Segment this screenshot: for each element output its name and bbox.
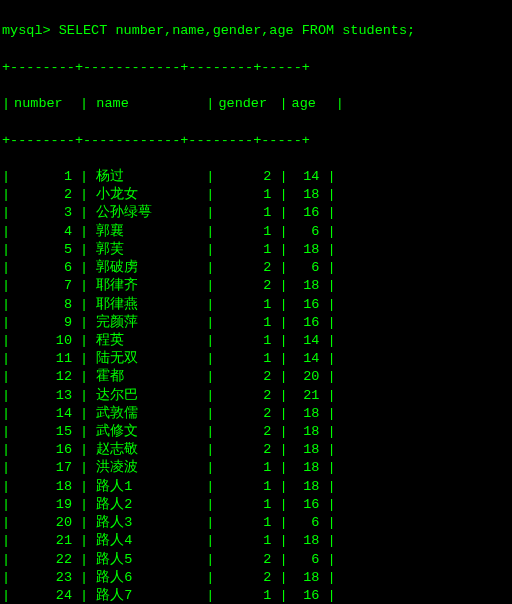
cell-name: 武修文 xyxy=(96,423,206,441)
cell-age: 18 xyxy=(288,478,328,496)
cell-name: 郭芙 xyxy=(96,241,206,259)
cell-gender: 1 xyxy=(214,314,279,332)
cell-name: 路人3 xyxy=(96,514,206,532)
cell-number: 9 xyxy=(10,314,80,332)
col-header-number: number xyxy=(10,95,80,113)
cell-gender: 2 xyxy=(214,405,279,423)
table-row: |24 | 路人7|1 |16 | xyxy=(2,587,510,604)
cell-gender: 2 xyxy=(214,368,279,386)
cell-number: 1 xyxy=(10,168,80,186)
cell-age: 6 xyxy=(288,551,328,569)
cell-number: 18 xyxy=(10,478,80,496)
col-header-name: name xyxy=(96,95,206,113)
cell-gender: 1 xyxy=(214,223,279,241)
col-header-gender: gender xyxy=(214,95,279,113)
cell-name: 耶律燕 xyxy=(96,296,206,314)
table-row: |10 | 程英|1 |14 | xyxy=(2,332,510,350)
cell-number: 11 xyxy=(10,350,80,368)
table-row: |9 | 完颜萍|1 |16 | xyxy=(2,314,510,332)
cell-name: 陆无双 xyxy=(96,350,206,368)
query-line: mysql> SELECT number,name,gender,age FRO… xyxy=(2,22,510,40)
cell-gender: 1 xyxy=(214,332,279,350)
cell-gender: 2 xyxy=(214,551,279,569)
cell-gender: 1 xyxy=(214,186,279,204)
cell-number: 4 xyxy=(10,223,80,241)
cell-gender: 1 xyxy=(214,296,279,314)
cell-gender: 1 xyxy=(214,350,279,368)
cell-number: 3 xyxy=(10,204,80,222)
table-separator-mid: +--------+------------+--------+-----+ xyxy=(2,132,510,150)
table-body: |1 | 杨过|2 |14 ||2 | 小龙女|1 |18 ||3 | 公孙绿萼… xyxy=(2,168,510,604)
cell-name: 郭破虏 xyxy=(96,259,206,277)
cell-gender: 1 xyxy=(214,459,279,477)
table-row: |8 | 耶律燕|1 |16 | xyxy=(2,296,510,314)
cell-gender: 1 xyxy=(214,241,279,259)
cell-name: 路人2 xyxy=(96,496,206,514)
table-row: |19 | 路人2|1 |16 | xyxy=(2,496,510,514)
cell-age: 18 xyxy=(288,459,328,477)
table-row: |3 | 公孙绿萼|1 |16 | xyxy=(2,204,510,222)
cell-number: 7 xyxy=(10,277,80,295)
cell-name: 赵志敬 xyxy=(96,441,206,459)
cell-gender: 2 xyxy=(214,277,279,295)
cell-age: 18 xyxy=(288,569,328,587)
table-row: |13 | 达尔巴|2 |21 | xyxy=(2,387,510,405)
cell-number: 15 xyxy=(10,423,80,441)
table-row: |15 | 武修文|2 |18 | xyxy=(2,423,510,441)
table-row: |16 | 赵志敬|2 |18 | xyxy=(2,441,510,459)
cell-name: 路人1 xyxy=(96,478,206,496)
table-row: |2 | 小龙女|1 |18 | xyxy=(2,186,510,204)
cell-gender: 1 xyxy=(214,496,279,514)
cell-gender: 2 xyxy=(214,259,279,277)
cell-number: 19 xyxy=(10,496,80,514)
terminal-output: mysql> SELECT number,name,gender,age FRO… xyxy=(0,0,512,604)
cell-number: 24 xyxy=(10,587,80,604)
cell-gender: 1 xyxy=(214,478,279,496)
cell-name: 霍都 xyxy=(96,368,206,386)
cell-name: 程英 xyxy=(96,332,206,350)
cell-age: 21 xyxy=(288,387,328,405)
cell-age: 18 xyxy=(288,441,328,459)
cell-age: 18 xyxy=(288,532,328,550)
cell-gender: 1 xyxy=(214,514,279,532)
cell-number: 8 xyxy=(10,296,80,314)
table-header-row: |number| name|gender|age | xyxy=(2,95,510,113)
table-row: |11 | 陆无双|1 |14 | xyxy=(2,350,510,368)
cell-gender: 1 xyxy=(214,587,279,604)
cell-name: 武敦儒 xyxy=(96,405,206,423)
cell-age: 18 xyxy=(288,423,328,441)
cell-age: 6 xyxy=(288,259,328,277)
mysql-prompt: mysql> xyxy=(2,23,59,38)
cell-name: 小龙女 xyxy=(96,186,206,204)
cell-age: 16 xyxy=(288,314,328,332)
cell-number: 12 xyxy=(10,368,80,386)
cell-age: 18 xyxy=(288,241,328,259)
table-row: |22 | 路人5|2 |6 | xyxy=(2,551,510,569)
cell-gender: 2 xyxy=(214,387,279,405)
cell-age: 16 xyxy=(288,587,328,604)
table-row: |20 | 路人3|1 |6 | xyxy=(2,514,510,532)
cell-name: 路人5 xyxy=(96,551,206,569)
cell-number: 17 xyxy=(10,459,80,477)
cell-age: 18 xyxy=(288,277,328,295)
cell-age: 16 xyxy=(288,496,328,514)
table-separator-top: +--------+------------+--------+-----+ xyxy=(2,59,510,77)
cell-name: 杨过 xyxy=(96,168,206,186)
cell-age: 16 xyxy=(288,296,328,314)
table-row: |7 | 耶律齐|2 |18 | xyxy=(2,277,510,295)
cell-name: 耶律齐 xyxy=(96,277,206,295)
table-row: |12 | 霍都|2 |20 | xyxy=(2,368,510,386)
cell-number: 5 xyxy=(10,241,80,259)
cell-number: 16 xyxy=(10,441,80,459)
cell-number: 14 xyxy=(10,405,80,423)
cell-number: 2 xyxy=(10,186,80,204)
cell-age: 14 xyxy=(288,350,328,368)
col-header-age: age xyxy=(288,95,328,113)
cell-number: 23 xyxy=(10,569,80,587)
cell-name: 路人7 xyxy=(96,587,206,604)
cell-number: 22 xyxy=(10,551,80,569)
cell-name: 完颜萍 xyxy=(96,314,206,332)
cell-gender: 2 xyxy=(214,168,279,186)
cell-gender: 2 xyxy=(214,441,279,459)
table-row: |23 | 路人6|2 |18 | xyxy=(2,569,510,587)
